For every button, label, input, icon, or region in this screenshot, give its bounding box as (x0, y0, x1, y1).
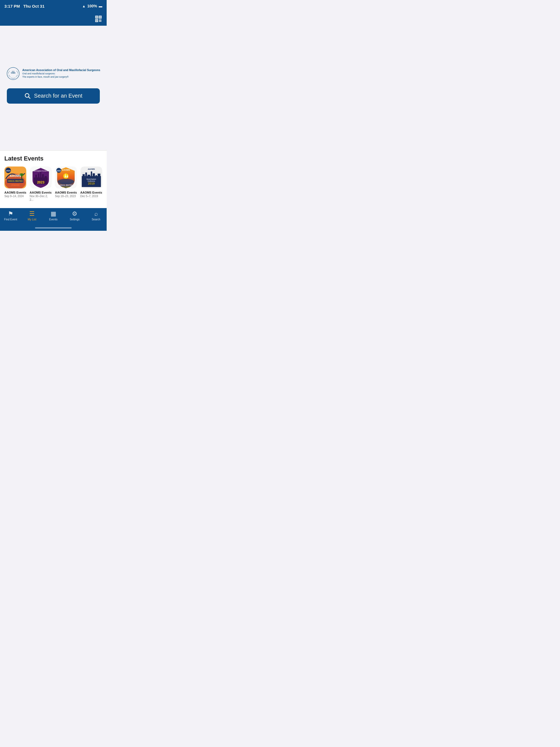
org-name: American Association of Oral and Maxillo… (22, 68, 100, 72)
svg-text:AAOMS: AAOMS (10, 174, 21, 177)
search-event-button[interactable]: Search for an Event (7, 88, 100, 104)
svg-text:AAOMS: AAOMS (87, 168, 95, 170)
svg-text:SAN DIEGO: SAN DIEGO (62, 186, 70, 188)
svg-rect-54 (96, 175, 97, 187)
find-event-icon: ⚑ (8, 211, 14, 217)
qr-code-button[interactable] (95, 15, 102, 23)
battery-percent: 100% (87, 4, 97, 8)
events-grid: AAOMS ANNUAL MEETING Orlando 2024 AAOMS … (4, 166, 102, 202)
svg-rect-9 (99, 21, 100, 22)
svg-text:2019: 2019 (88, 182, 94, 185)
status-indicators: ▲ 100% ▬ (82, 4, 102, 8)
wifi-icon: ▲ (82, 4, 85, 8)
tab-find-event[interactable]: ⚑ Find Event (0, 211, 21, 221)
event-date-2: Sep 18–23, 2023 (55, 195, 76, 198)
event-date-3: Dec 5–7, 2019 (80, 195, 98, 198)
tab-my-list-label: My List (28, 218, 36, 221)
svg-text:2024: 2024 (6, 170, 10, 172)
svg-point-40 (58, 179, 74, 184)
event-logo-1: Dental Implant Conference 2023 (30, 166, 52, 188)
svg-line-15 (28, 97, 30, 98)
latest-events-title: Latest Events (4, 155, 102, 162)
status-bar: 3:17 PM Thu Oct 31 ▲ 100% ▬ (0, 0, 107, 12)
svg-text:2023: 2023 (57, 170, 61, 172)
svg-text:ANNUAL MEETING: ANNUAL MEETING (59, 184, 73, 186)
event-logo-0: AAOMS ANNUAL MEETING Orlando 2024 (4, 166, 26, 188)
svg-rect-33 (45, 176, 47, 184)
settings-icon: ⚙ (72, 211, 77, 217)
search-event-icon (24, 93, 31, 99)
event-name-2: AAOMS Events (55, 190, 77, 195)
svg-rect-5 (96, 20, 97, 21)
event-name-1: AAOMS Events (30, 190, 52, 195)
event-card-2[interactable]: AAOMS ANNUAL MEETING SAN DIEGO 2023 AAOM… (55, 166, 77, 202)
svg-text:Orlando: Orlando (11, 184, 20, 186)
qr-code-icon (95, 15, 102, 23)
events-icon: ▦ (51, 211, 56, 217)
svg-text:Dental Implant: Dental Implant (86, 178, 96, 180)
nav-header (0, 12, 107, 26)
svg-text:Dental Implant Conference: Dental Implant Conference (31, 170, 50, 172)
event-logo-3: AAOMS Dental Implant Conference 2019 (80, 166, 102, 188)
status-time: 3:17 PM (4, 4, 20, 8)
search-event-label: Search for an Event (34, 93, 82, 99)
event-card-1[interactable]: Dental Implant Conference 2023 AAOMS Eve… (30, 166, 52, 202)
tab-find-event-label: Find Event (4, 218, 17, 221)
org-tagline: Oral and maxillofacial surgeons:The expe… (22, 72, 100, 79)
logo-container: A A OMS American Association of Oral and… (6, 67, 100, 80)
tab-search-label: Search (92, 218, 100, 221)
svg-rect-3 (96, 17, 97, 18)
battery-icon: ▬ (99, 4, 102, 8)
svg-text:ANNUAL MEETING: ANNUAL MEETING (8, 180, 23, 182)
search-tab-icon: ⌕ (94, 211, 98, 217)
svg-rect-49 (82, 174, 85, 187)
svg-text:2023: 2023 (37, 180, 44, 184)
tab-events[interactable]: ▦ Events (43, 211, 64, 221)
center-section: A A OMS American Association of Oral and… (0, 26, 107, 150)
my-list-icon: ☰ (29, 211, 35, 217)
tab-settings[interactable]: ⚙ Settings (64, 211, 85, 221)
event-card-0[interactable]: AAOMS ANNUAL MEETING Orlando 2024 AAOMS … (4, 166, 27, 202)
event-date-0: Sep 9–14, 2024 (4, 195, 24, 198)
svg-rect-10 (100, 21, 101, 22)
event-logo-2: AAOMS ANNUAL MEETING SAN DIEGO 2023 (55, 166, 77, 188)
home-indicator (35, 227, 72, 229)
svg-rect-55 (98, 174, 100, 187)
svg-text:OMS: OMS (11, 72, 15, 74)
event-name-0: AAOMS Events (4, 190, 26, 195)
status-date: Thu Oct 31 (23, 4, 45, 8)
latest-events-section: Latest Events (0, 150, 107, 208)
svg-text:AAOMS: AAOMS (62, 169, 70, 171)
svg-rect-7 (99, 19, 100, 21)
tab-my-list[interactable]: ☰ My List (21, 211, 43, 221)
event-name-3: AAOMS Events (80, 190, 102, 195)
logo-text: American Association of Oral and Maxillo… (22, 68, 100, 78)
scroll-area: A A OMS American Association of Oral and… (0, 26, 107, 208)
status-time-date: 3:17 PM Thu Oct 31 (4, 4, 45, 8)
tab-settings-label: Settings (70, 218, 80, 221)
svg-rect-4 (100, 17, 101, 18)
svg-rect-29 (35, 175, 37, 184)
svg-rect-8 (100, 19, 101, 21)
tab-search[interactable]: ⌕ Search (85, 211, 107, 221)
aaoms-logo-emblem: A A OMS (6, 67, 20, 80)
event-date-1: Nov 30–Dec 2, 2... (30, 195, 52, 202)
event-card-3[interactable]: AAOMS Dental Implant Conference 2019 AAO… (80, 166, 103, 202)
tab-events-label: Events (49, 218, 58, 221)
